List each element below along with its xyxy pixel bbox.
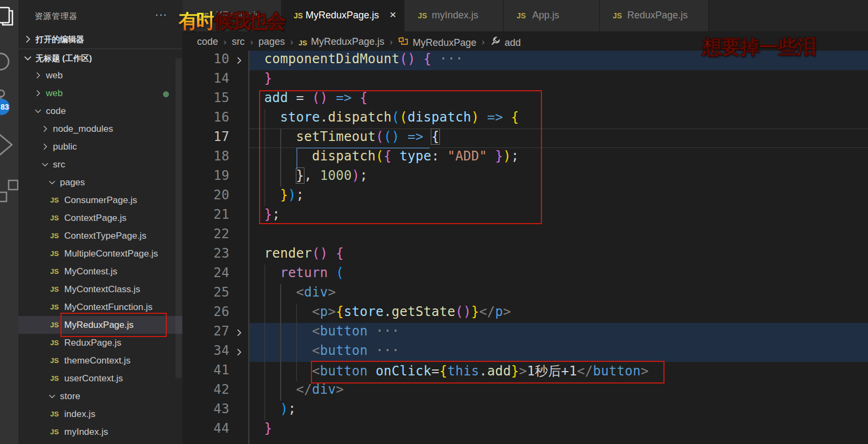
line-number: 18 [182, 149, 229, 164]
tree-file-MyContextClass.js[interactable]: JSMyContextClass.js [18, 280, 182, 298]
line-number: 25 [182, 285, 229, 300]
tab-label: App.js [532, 10, 559, 21]
tree-folder-store[interactable]: store [18, 387, 182, 405]
class-symbol-icon [398, 36, 409, 46]
tab-bar: JSXRedux.jsJSMyReduxPage.js×JSmyIndex.js… [182, 0, 868, 31]
breadcrumb-item-MyReduxPage.js[interactable]: JSMyReduxPage.js [299, 36, 384, 48]
indent-guide [296, 304, 297, 381]
extensions-icon[interactable] [0, 177, 18, 207]
chevron-down-icon [23, 53, 32, 63]
js-file-icon: JS [294, 11, 303, 20]
chevron-down-icon [48, 392, 56, 400]
section-open-editors[interactable]: 打开的编辑器 [18, 30, 182, 49]
explorer-sidebar: 资源管理器 ··· 打开的编辑器 无标题 (工作区) webwebcodenod… [18, 0, 182, 444]
tree-folder-src[interactable]: src [18, 156, 182, 173]
breadcrumb-item-pages[interactable]: pages [259, 36, 285, 48]
chevron-right-icon [34, 71, 42, 79]
sidebar-title: 资源管理器 [35, 11, 78, 22]
subtitle-highlighted-part: 有时 [179, 10, 214, 32]
git-modified-dot [163, 91, 169, 97]
chevron-right-icon [23, 35, 32, 44]
file-label: MyContest.js [64, 266, 117, 277]
js-file-icon: JS [50, 356, 59, 365]
code-line-27[interactable]: 27 <button ··· [182, 323, 868, 342]
code-line-23[interactable]: 23 render() { [182, 245, 868, 265]
line-number: 16 [182, 110, 229, 125]
tab-App.js[interactable]: JSApp.js [504, 0, 600, 31]
sidebar-header: 资源管理器 ··· [18, 0, 182, 30]
tab-label: ReduxPage.js [627, 10, 688, 21]
tree-file-ContextTypePage.js[interactable]: JSContextTypePage.js [18, 227, 182, 245]
breadcrumb-item-add[interactable]: add [490, 35, 521, 49]
chevron-down-icon [41, 160, 49, 169]
fold-chevron-icon[interactable] [234, 328, 244, 338]
code-line-25[interactable]: 25 <div> [182, 284, 868, 304]
code-line-14[interactable]: 14 } [182, 70, 868, 90]
explorer-icon[interactable] [0, 3, 16, 28]
chevron-right-icon [41, 143, 49, 151]
code-text: componentDidMount() { ··· [248, 51, 463, 66]
js-file-icon: JS [50, 410, 59, 418]
property-symbol-icon [490, 36, 501, 46]
file-label: myIndex.js [64, 427, 108, 438]
tab-myIndex.js[interactable]: JSmyIndex.js [404, 0, 504, 31]
code-line-22[interactable]: 22 [182, 226, 868, 245]
tab-label: myIndex.js [432, 10, 478, 21]
tree-folder-web[interactable]: web [18, 84, 182, 102]
code-line-43[interactable]: 43 ); [182, 401, 868, 420]
activity-bar: 83 [0, 0, 18, 444]
tree-folder-code[interactable]: code [18, 102, 182, 120]
code-text: render() { [248, 246, 344, 261]
line-number: 42 [182, 382, 229, 397]
tree-folder-web[interactable]: web [18, 66, 182, 84]
tree-file-index.js[interactable]: JSindex.js [18, 405, 182, 423]
code-line-26[interactable]: 26 <p>{store.getState()}</p> [182, 304, 868, 323]
tree-file-MyContest.js[interactable]: JSMyContest.js [18, 263, 182, 280]
tree-file-userContext.js[interactable]: JSuserContext.js [18, 369, 182, 387]
fold-chevron-icon[interactable] [234, 56, 244, 65]
tree-folder-public[interactable]: public [18, 138, 182, 156]
code-line-44[interactable]: 44 } [182, 420, 868, 440]
chevron-down-icon [34, 107, 42, 115]
tree-file-ContextPage.js[interactable]: JSContextPage.js [18, 209, 182, 227]
folder-label: code [46, 106, 66, 117]
code-line-42[interactable]: 42 </div> [182, 381, 868, 401]
code-line-24[interactable]: 24 return ( [182, 265, 868, 284]
chevron-right-icon [41, 125, 49, 133]
tree-folder-pages[interactable]: pages [18, 173, 182, 191]
run-debug-icon[interactable] [0, 130, 15, 160]
line-number: 15 [182, 90, 229, 105]
code-text: } [248, 71, 272, 86]
folder-label: node_modules [53, 124, 113, 134]
fold-chevron-icon[interactable] [234, 347, 244, 357]
sidebar-more-actions-icon[interactable]: ··· [155, 8, 167, 21]
line-number: 34 [182, 343, 229, 358]
code-text: <p>{store.getState()}</p> [248, 304, 511, 319]
annotation-box-file [60, 313, 167, 337]
tree-folder-node_modules[interactable]: node_modules [18, 120, 182, 138]
tree-file-myIndex.js[interactable]: JSmyIndex.js [18, 423, 182, 441]
section-workspace[interactable]: 无标题 (工作区) [18, 49, 182, 67]
line-number: 22 [182, 226, 229, 241]
line-number: 21 [182, 207, 229, 222]
file-label: MultipleContextPage.js [64, 248, 158, 259]
breadcrumb-item-src[interactable]: src [232, 36, 245, 48]
search-icon[interactable] [0, 51, 15, 76]
breadcrumb-separator: › [223, 37, 226, 47]
tab-MyReduxPage.js[interactable]: JSMyReduxPage.js× [282, 0, 404, 31]
js-file-icon: JS [50, 321, 59, 329]
tree-file-MultipleContextPage.js[interactable]: JSMultipleContextPage.js [18, 245, 182, 263]
tab-ReduxPage.js[interactable]: JSReduxPage.js [600, 0, 709, 31]
js-symbol-icon: JS [299, 37, 307, 48]
js-file-icon: JS [50, 196, 59, 204]
js-file-icon: JS [517, 11, 526, 20]
code-line-34[interactable]: 34 <button ··· [182, 342, 868, 362]
breadcrumb-item-MyReduxPage[interactable]: MyReduxPage [398, 35, 476, 49]
close-icon[interactable]: × [390, 8, 396, 21]
annotation-box-add-function [259, 90, 542, 224]
tree-file-themeContext.js[interactable]: JSthemeContext.js [18, 352, 182, 369]
line-number: 17 [182, 129, 229, 144]
tree-file-ConsumerPage.js[interactable]: JSConsumerPage.js [18, 191, 182, 209]
breadcrumb-item-code[interactable]: code [197, 36, 218, 48]
sidebar-scrollbar[interactable] [175, 58, 182, 378]
